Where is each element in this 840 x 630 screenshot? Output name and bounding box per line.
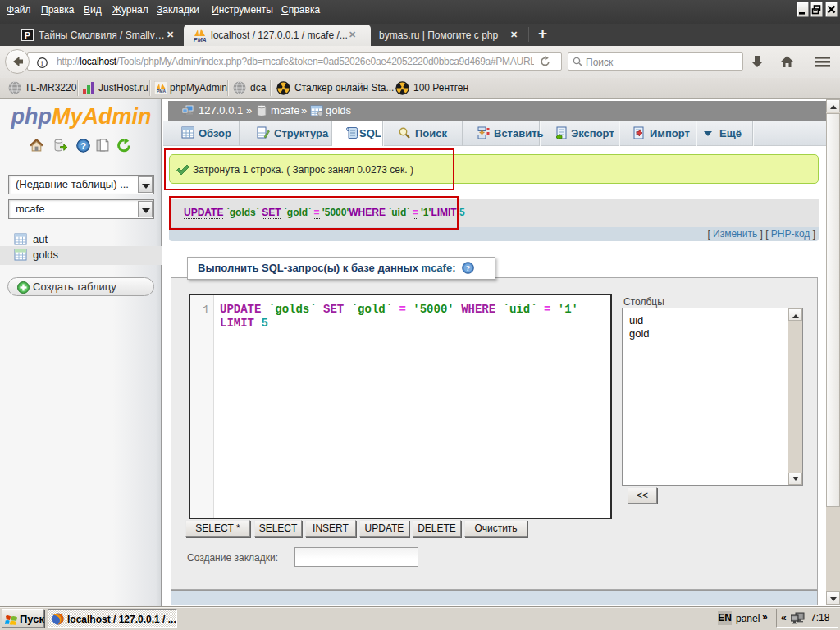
svg-text:?: ? bbox=[465, 264, 470, 272]
svg-text:?: ? bbox=[80, 140, 86, 151]
svg-text:PMA: PMA bbox=[194, 37, 207, 43]
svg-text:i: i bbox=[41, 59, 43, 67]
svg-text:PMA: PMA bbox=[157, 89, 167, 94]
